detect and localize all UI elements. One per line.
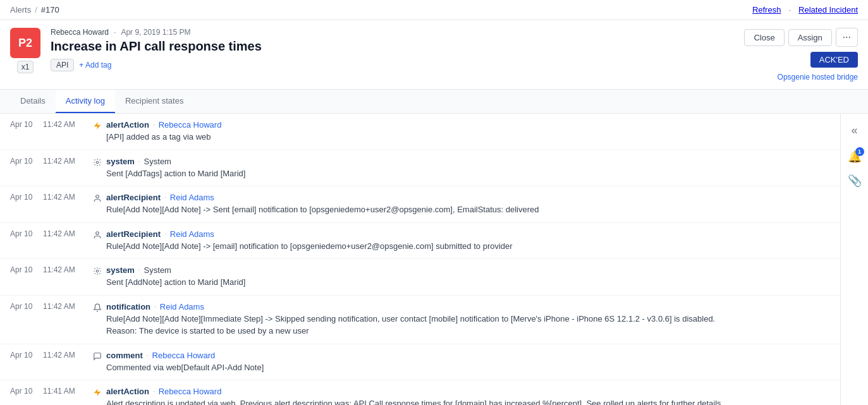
collapse-button[interactable]: « bbox=[846, 121, 862, 140]
more-button[interactable]: ··· bbox=[836, 28, 858, 47]
log-type-line: notification · Reid Adams bbox=[106, 302, 830, 311]
log-message: Rule[Add Note][Add Note] -> [email] noti… bbox=[106, 240, 830, 253]
notification-icon-container: 🔔 1 bbox=[848, 150, 862, 164]
date-separator: · bbox=[114, 28, 116, 37]
top-right-actions: Refresh · Related Incident bbox=[752, 5, 858, 15]
log-time: 11:42 AM bbox=[43, 351, 89, 360]
assign-button[interactable]: Assign bbox=[788, 29, 832, 46]
log-date: Apr 10 bbox=[10, 193, 43, 202]
log-content: alertRecipient · Reid Adams Rule[Add Not… bbox=[106, 193, 830, 216]
svg-point-3 bbox=[96, 270, 99, 272]
log-entry: Apr 10 11:42 AM system · System Sent [Ad… bbox=[0, 259, 840, 296]
log-type-line: system · System bbox=[106, 157, 830, 166]
log-actor[interactable]: Rebecca Howard bbox=[152, 351, 216, 360]
log-date: Apr 10 bbox=[10, 265, 43, 274]
log-type-line: alertRecipient · Reid Adams bbox=[106, 193, 830, 202]
top-right-sep: · bbox=[788, 5, 791, 15]
log-actor[interactable]: Rebecca Howard bbox=[159, 120, 222, 130]
log-icon-person bbox=[89, 229, 106, 239]
log-actor[interactable]: Reid Adams bbox=[170, 229, 214, 239]
paperclip-icon[interactable]: 📎 bbox=[848, 174, 862, 188]
log-entry: Apr 10 11:42 AM notification · Reid Adam… bbox=[0, 296, 840, 344]
acked-button[interactable]: ACK'ED bbox=[810, 52, 858, 68]
close-button[interactable]: Close bbox=[744, 29, 784, 46]
log-entry: Apr 10 11:42 AM alertRecipient · Reid Ad… bbox=[0, 223, 840, 260]
related-incident-link[interactable]: Related Incident bbox=[798, 5, 858, 15]
top-bar: Alerts / #170 Refresh · Related Incident bbox=[0, 0, 868, 20]
log-icon-person bbox=[89, 193, 106, 203]
breadcrumb-id: #170 bbox=[41, 5, 59, 15]
log-entry: Apr 10 11:42 AM alertAction · Rebecca Ho… bbox=[0, 114, 840, 150]
log-content: alertAction · Rebecca Howard Alert descr… bbox=[106, 387, 830, 405]
log-type: system bbox=[106, 265, 135, 275]
log-message: Rule[Add Note][Add Note] -> Sent [email]… bbox=[106, 203, 830, 216]
log-type: alertRecipient bbox=[106, 229, 161, 239]
log-type-sep: · bbox=[164, 231, 166, 238]
log-type-sep: · bbox=[138, 158, 140, 165]
log-entry: Apr 10 11:42 AM comment · Rebecca Howard… bbox=[0, 344, 840, 381]
breadcrumb-alerts[interactable]: Alerts bbox=[10, 5, 31, 15]
log-content: system · System Sent [AddTags] action to… bbox=[106, 157, 830, 180]
log-time: 11:42 AM bbox=[43, 193, 89, 202]
log-icon-bolt bbox=[89, 120, 106, 130]
log-message: Alert description is updated via web. Pr… bbox=[106, 397, 830, 405]
log-time: 11:42 AM bbox=[43, 265, 89, 274]
bridge-link[interactable]: Opsgenie hosted bridge bbox=[778, 73, 858, 82]
log-message: Sent [AddTags] action to Marid [Marid] bbox=[106, 167, 830, 180]
log-type-line: alertRecipient · Reid Adams bbox=[106, 229, 830, 239]
log-content: comment · Rebecca Howard Commented via w… bbox=[106, 351, 830, 374]
log-icon-system bbox=[89, 157, 106, 167]
activity-sidebar: « 🔔 1 📎 bbox=[840, 114, 868, 405]
log-type: alertRecipient bbox=[106, 193, 161, 202]
alert-actions: Close Assign ··· ACK'ED Opsgenie hosted … bbox=[744, 28, 858, 82]
log-time: 11:42 AM bbox=[43, 229, 89, 238]
log-type-sep: · bbox=[138, 267, 140, 274]
add-tag-button[interactable]: + Add tag bbox=[79, 61, 111, 70]
svg-point-2 bbox=[96, 231, 99, 234]
log-entry: Apr 10 11:41 AM alertAction · Rebecca Ho… bbox=[0, 380, 840, 405]
log-actor[interactable]: System bbox=[144, 265, 171, 275]
log-date: Apr 10 bbox=[10, 387, 43, 396]
tab-recipient-states[interactable]: Recipient states bbox=[115, 90, 194, 113]
log-actor[interactable]: Reid Adams bbox=[170, 193, 214, 202]
log-icon-comment bbox=[89, 351, 106, 361]
log-message: [API] added as a tag via web bbox=[106, 131, 830, 143]
alert-title: Increase in API call response times bbox=[51, 39, 734, 54]
log-time: 11:42 AM bbox=[43, 302, 89, 311]
log-type-sep: · bbox=[147, 352, 149, 359]
activity-container: Apr 10 11:42 AM alertAction · Rebecca Ho… bbox=[0, 114, 868, 405]
log-message: Rule[Add Note][Add Note][Immediate Step]… bbox=[106, 313, 830, 337]
log-time: 11:42 AM bbox=[43, 157, 89, 166]
log-time: 11:41 AM bbox=[43, 387, 89, 396]
alert-author: Rebecca Howard bbox=[51, 28, 109, 37]
log-type: alertAction bbox=[106, 120, 149, 130]
log-icon-bolt bbox=[89, 387, 106, 397]
log-content: alertRecipient · Reid Adams Rule[Add Not… bbox=[106, 229, 830, 253]
log-date: Apr 10 bbox=[10, 157, 43, 166]
log-content: alertAction · Rebecca Howard [API] added… bbox=[106, 120, 830, 143]
tab-details[interactable]: Details bbox=[10, 90, 56, 113]
log-type-line: comment · Rebecca Howard bbox=[106, 351, 830, 360]
alert-date: Apr 9, 2019 1:15 PM bbox=[121, 28, 190, 37]
action-buttons: Close Assign ··· bbox=[744, 28, 858, 47]
log-type: alertAction bbox=[106, 387, 149, 396]
log-date: Apr 10 bbox=[10, 351, 43, 360]
log-type-line: alertAction · Rebecca Howard bbox=[106, 387, 830, 396]
log-icon-system bbox=[89, 265, 106, 275]
log-message: Sent [AddNote] action to Marid [Marid] bbox=[106, 276, 830, 289]
log-type: comment bbox=[106, 351, 143, 360]
log-date: Apr 10 bbox=[10, 302, 43, 311]
log-actor[interactable]: System bbox=[144, 157, 171, 166]
api-tag: API bbox=[51, 59, 74, 71]
tabs: Details Activity log Recipient states bbox=[0, 90, 868, 114]
log-actor[interactable]: Rebecca Howard bbox=[159, 387, 222, 396]
count-badge: x1 bbox=[17, 61, 34, 73]
log-date: Apr 10 bbox=[10, 229, 43, 238]
priority-badge: P2 bbox=[10, 28, 40, 58]
alert-header: P2 x1 Rebecca Howard · Apr 9, 2019 1:15 … bbox=[0, 20, 868, 90]
log-actor[interactable]: Reid Adams bbox=[160, 302, 204, 311]
activity-log: Apr 10 11:42 AM alertAction · Rebecca Ho… bbox=[0, 114, 840, 405]
alert-meta-top: Rebecca Howard · Apr 9, 2019 1:15 PM bbox=[51, 28, 734, 37]
tab-activity-log[interactable]: Activity log bbox=[56, 90, 115, 113]
refresh-link[interactable]: Refresh bbox=[752, 5, 781, 15]
